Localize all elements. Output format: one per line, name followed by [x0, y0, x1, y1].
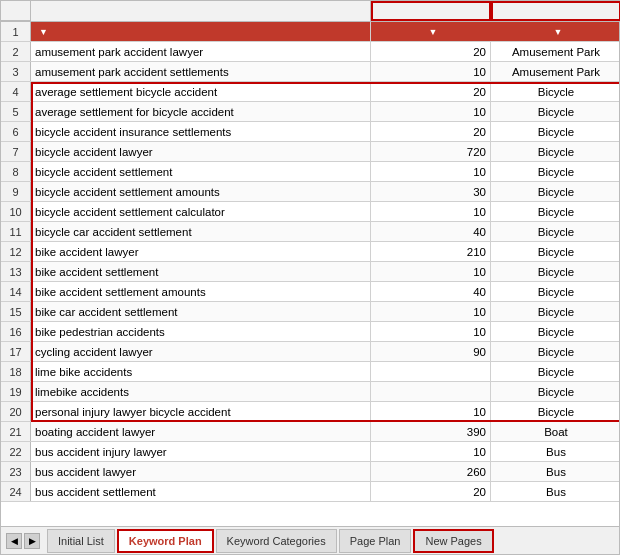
- table-row: 6 bicycle accident insurance settlements…: [1, 122, 619, 142]
- cell-keyword: bicycle car accident settlement: [31, 222, 371, 241]
- table-row: 13 bike accident settlement 10 Bicycle: [1, 262, 619, 282]
- row-num: 8: [1, 162, 31, 181]
- cell-keyword: bicycle accident settlement: [31, 162, 371, 181]
- table-row: 16 bike pedestrian accidents 10 Bicycle: [1, 322, 619, 342]
- table-row: 7 bicycle accident lawyer 720 Bicycle: [1, 142, 619, 162]
- row-num: 1: [1, 22, 31, 41]
- row-num: 24: [1, 482, 31, 501]
- table-row: 23 bus accident lawyer 260 Bus: [1, 462, 619, 482]
- table-row: 20 personal injury lawyer bicycle accide…: [1, 402, 619, 422]
- row-num: 3: [1, 62, 31, 81]
- row-num: 19: [1, 382, 31, 401]
- cell-accident-type: Bicycle: [491, 402, 619, 421]
- tab-bar: ◀ ▶ Initial ListKeyword PlanKeyword Cate…: [1, 526, 619, 554]
- cell-keyword: bicycle accident settlement amounts: [31, 182, 371, 201]
- cell-accident-type: Bus: [491, 442, 619, 461]
- row-num: 9: [1, 182, 31, 201]
- cell-keyword: bus accident settlement: [31, 482, 371, 501]
- cell-searches: 10: [371, 102, 491, 121]
- cell-searches: 10: [371, 402, 491, 421]
- spreadsheet: 1 ▼ ▼ ▼ 2 amusement park accident lawyer…: [0, 0, 620, 555]
- accident-type-dropdown-icon[interactable]: ▼: [554, 27, 563, 37]
- cell-accident-type: Bicycle: [491, 182, 619, 201]
- tabs-container: Initial ListKeyword PlanKeyword Categori…: [47, 529, 496, 553]
- cell-searches: 10: [371, 322, 491, 341]
- table-row: 5 average settlement for bicycle acciden…: [1, 102, 619, 122]
- cell-keyword: average settlement bicycle accident: [31, 82, 371, 101]
- table-row: 15 bike car accident settlement 10 Bicyc…: [1, 302, 619, 322]
- table-row: 8 bicycle accident settlement 10 Bicycle: [1, 162, 619, 182]
- cell-keyword: average settlement for bicycle accident: [31, 102, 371, 121]
- cell-accident-type: Bicycle: [491, 162, 619, 181]
- row-num: 22: [1, 442, 31, 461]
- cell-searches: 20: [371, 82, 491, 101]
- tab-navigation[interactable]: ◀ ▶: [5, 533, 41, 549]
- cell-keyword: bike pedestrian accidents: [31, 322, 371, 341]
- cell-searches: 90: [371, 342, 491, 361]
- table-row: 14 bike accident settlement amounts 40 B…: [1, 282, 619, 302]
- table-row: 2 amusement park accident lawyer 20 Amus…: [1, 42, 619, 62]
- cell-keyword: bicycle accident insurance settlements: [31, 122, 371, 141]
- cell-searches: 20: [371, 482, 491, 501]
- cell-searches: 10: [371, 62, 491, 81]
- table-row: 17 cycling accident lawyer 90 Bicycle: [1, 342, 619, 362]
- data-rows: 2 amusement park accident lawyer 20 Amus…: [1, 42, 619, 502]
- cell-searches: 10: [371, 302, 491, 321]
- header-keyword[interactable]: ▼: [31, 22, 371, 41]
- tab-new-pages[interactable]: New Pages: [413, 529, 493, 553]
- tab-keyword-plan[interactable]: Keyword Plan: [117, 529, 214, 553]
- row-num: 7: [1, 142, 31, 161]
- cell-accident-type: Bicycle: [491, 122, 619, 141]
- table-header-row: 1 ▼ ▼ ▼: [1, 22, 619, 42]
- table-row: 4 average settlement bicycle accident 20…: [1, 82, 619, 102]
- cell-accident-type: Bicycle: [491, 142, 619, 161]
- cell-searches: 30: [371, 182, 491, 201]
- table-row: 19 limebike accidents Bicycle: [1, 382, 619, 402]
- row-num: 6: [1, 122, 31, 141]
- cell-keyword: bike accident lawyer: [31, 242, 371, 261]
- header-searches[interactable]: ▼: [371, 22, 491, 41]
- searches-dropdown-icon[interactable]: ▼: [429, 27, 438, 37]
- cell-accident-type: Bicycle: [491, 342, 619, 361]
- table-row: 22 bus accident injury lawyer 10 Bus: [1, 442, 619, 462]
- cell-accident-type: Bicycle: [491, 302, 619, 321]
- row-num: 11: [1, 222, 31, 241]
- cell-searches: [371, 382, 491, 401]
- row-num: 20: [1, 402, 31, 421]
- tab-nav-right[interactable]: ▶: [24, 533, 40, 549]
- col-header-a: [31, 1, 371, 21]
- tab-nav-left[interactable]: ◀: [6, 533, 22, 549]
- row-num: 5: [1, 102, 31, 121]
- table-row: 12 bike accident lawyer 210 Bicycle: [1, 242, 619, 262]
- cell-accident-type: Bus: [491, 462, 619, 481]
- tab-page-plan[interactable]: Page Plan: [339, 529, 412, 553]
- cell-keyword: boating accident lawyer: [31, 422, 371, 441]
- cell-searches: [371, 362, 491, 381]
- cell-searches: 10: [371, 202, 491, 221]
- cell-keyword: bike accident settlement: [31, 262, 371, 281]
- cell-searches: 390: [371, 422, 491, 441]
- cell-keyword: bus accident injury lawyer: [31, 442, 371, 461]
- keyword-dropdown-icon[interactable]: ▼: [39, 27, 48, 37]
- cell-searches: 10: [371, 262, 491, 281]
- cell-keyword: lime bike accidents: [31, 362, 371, 381]
- tab-keyword-categories[interactable]: Keyword Categories: [216, 529, 337, 553]
- cell-accident-type: Bicycle: [491, 362, 619, 381]
- cell-accident-type: Bicycle: [491, 322, 619, 341]
- header-accident-type[interactable]: ▼: [491, 22, 619, 41]
- row-num: 23: [1, 462, 31, 481]
- cell-searches: 10: [371, 442, 491, 461]
- cell-keyword: bicycle accident lawyer: [31, 142, 371, 161]
- tab-initial-list[interactable]: Initial List: [47, 529, 115, 553]
- cell-searches: 210: [371, 242, 491, 261]
- cell-keyword: cycling accident lawyer: [31, 342, 371, 361]
- table-body: 1 ▼ ▼ ▼ 2 amusement park accident lawyer…: [1, 22, 619, 526]
- cell-keyword: amusement park accident settlements: [31, 62, 371, 81]
- row-num: 18: [1, 362, 31, 381]
- cell-accident-type: Bicycle: [491, 262, 619, 281]
- row-num: 21: [1, 422, 31, 441]
- row-num: 4: [1, 82, 31, 101]
- table-row: 18 lime bike accidents Bicycle: [1, 362, 619, 382]
- cell-keyword: bicycle accident settlement calculator: [31, 202, 371, 221]
- table-row: 11 bicycle car accident settlement 40 Bi…: [1, 222, 619, 242]
